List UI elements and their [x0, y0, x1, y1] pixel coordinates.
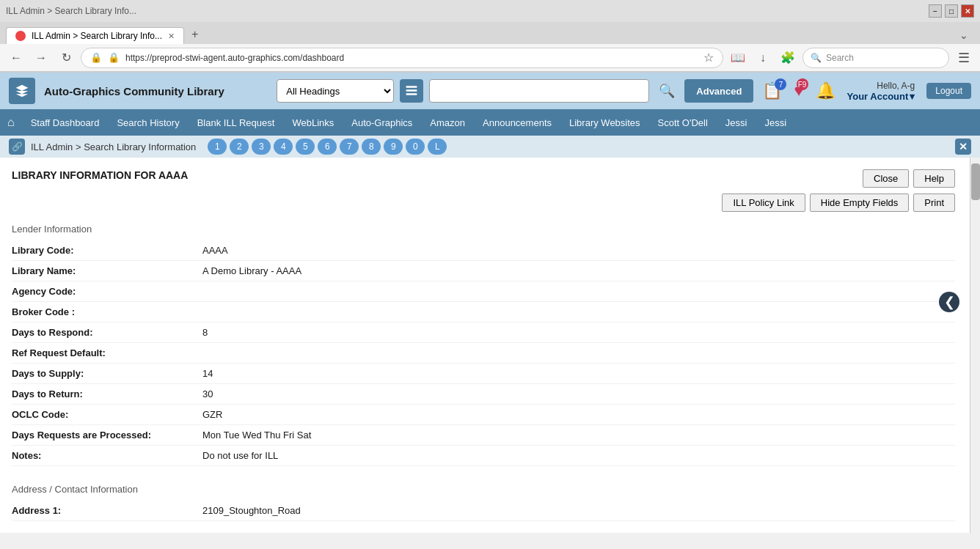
nav-scott-odell[interactable]: Scott O'Dell [649, 109, 717, 136]
lender-info-row: Library Code: AAAA [12, 240, 955, 261]
nav-blank-ill-request[interactable]: Blank ILL Request [189, 109, 284, 136]
field-label: Library Code: [12, 240, 202, 261]
lock-icon: 🔒 [108, 52, 120, 63]
help-button[interactable]: Help [913, 169, 955, 188]
advanced-button[interactable]: Advanced [684, 79, 753, 103]
maximize-button[interactable]: □ [945, 4, 958, 18]
lender-info-table: Library Code: AAAA Library Name: A Demo … [12, 240, 955, 466]
field-value [202, 343, 955, 364]
scrollbar[interactable] [970, 158, 980, 533]
lender-info-row: Days to Supply: 14 [12, 364, 955, 384]
browser-tab[interactable]: ILL Admin > Search Library Info... ✕ [6, 27, 184, 44]
page-num-9[interactable]: 9 [384, 139, 403, 155]
field-label: Days to Respond: [12, 323, 202, 343]
nav-announcements[interactable]: Announcements [474, 109, 560, 136]
refresh-button[interactable]: ↻ [56, 48, 76, 68]
nav-jessi-2[interactable]: Jessi [756, 109, 795, 136]
field-label: Days Requests are Processed: [12, 425, 202, 446]
page-num-L[interactable]: L [428, 139, 447, 155]
field-value [202, 281, 955, 302]
page-num-3[interactable]: 3 [252, 139, 271, 155]
page-num-2[interactable]: 2 [230, 139, 249, 155]
field-label: Agency Code: [12, 281, 202, 302]
nav-weblinks[interactable]: WebLinks [283, 109, 343, 136]
field-value: Mon Tue Wed Thu Fri Sat [202, 425, 955, 446]
back-button[interactable]: ← [6, 48, 26, 68]
nav-library-websites[interactable]: Library Websites [560, 109, 649, 136]
heading-select[interactable]: All Headings [277, 79, 394, 103]
lender-info-row: Broker Code : [12, 302, 955, 323]
reader-mode-button[interactable]: 📖 [728, 48, 748, 68]
svg-rect-1 [406, 89, 417, 92]
notifications-badge: 7 [775, 78, 786, 90]
page-num-0[interactable]: 0 [406, 139, 425, 155]
app-title: Auto-Graphics Community Library [44, 85, 268, 97]
close-button[interactable]: Close [863, 169, 909, 188]
hide-empty-fields-button[interactable]: Hide Empty Fields [810, 194, 909, 212]
breadcrumb: ILL Admin > Search Library Information [31, 141, 196, 152]
address-info-row: Address 1: 2109_Stoughton_Road [12, 501, 955, 521]
lender-info-row: OCLC Code: GZR [12, 405, 955, 425]
address-bar[interactable]: 🔒 🔒 https://preprod-stwi-agent.auto-grap… [81, 48, 723, 68]
nav-home[interactable]: ⌂ [0, 109, 22, 136]
search-placeholder: Search [826, 53, 854, 63]
browser-search-box[interactable]: 🔍 Search [802, 48, 949, 68]
page-num-4[interactable]: 4 [274, 139, 293, 155]
menu-button[interactable]: ☰ [954, 48, 974, 68]
search-button[interactable]: 🔍 [655, 79, 679, 103]
page-num-7[interactable]: 7 [340, 139, 359, 155]
nav-search-history[interactable]: Search History [108, 109, 188, 136]
page-numbers: 1 2 3 4 5 6 7 8 9 0 L [208, 139, 447, 155]
field-label: Notes: [12, 446, 202, 466]
account-dropdown[interactable]: Your Account ▾ [847, 91, 915, 102]
page-num-8[interactable]: 8 [362, 139, 381, 155]
field-label: Days to Return: [12, 384, 202, 405]
notifications-icon[interactable]: 📋 7 [762, 81, 782, 100]
field-value: Do not use for ILL [202, 446, 955, 466]
ill-policy-link-button[interactable]: ILL Policy Link [722, 194, 805, 212]
lender-info-row: Agency Code: [12, 281, 955, 302]
page-num-1[interactable]: 1 [208, 139, 227, 155]
shield-icon: 🔒 [90, 52, 102, 63]
print-button[interactable]: Print [913, 194, 955, 212]
field-value: 2109_Stoughton_Road [202, 501, 955, 521]
pocket-button[interactable]: ↓ [753, 48, 773, 68]
extensions-button[interactable]: 🧩 [778, 48, 798, 68]
breadcrumb-icon: 🔗 [9, 139, 25, 155]
field-label: Ref Request Default: [12, 343, 202, 364]
tab-close-button[interactable]: ✕ [168, 32, 175, 41]
navigation-bar: ⌂ Staff Dashboard Search History Blank I… [0, 109, 980, 136]
scroll-thumb[interactable] [971, 163, 980, 200]
nav-amazon[interactable]: Amazon [421, 109, 474, 136]
lender-info-row: Library Name: A Demo Library - AAAA [12, 261, 955, 281]
favorites-icon[interactable]: ♥ F9 [794, 81, 803, 100]
account-label: Your Account [847, 91, 909, 102]
field-value: 30 [202, 384, 955, 405]
address-section-label: Address / Contact Information [12, 484, 955, 495]
page-title: LIBRARY INFORMATION FOR AAAA [12, 169, 188, 181]
lender-info-row: Ref Request Default: [12, 343, 955, 364]
page-num-6[interactable]: 6 [318, 139, 337, 155]
search-input[interactable] [429, 79, 649, 103]
new-tab-button[interactable]: + [186, 25, 204, 44]
field-value [202, 302, 955, 323]
chevron-down-icon: ▾ [910, 91, 915, 102]
nav-auto-graphics[interactable]: Auto-Graphics [343, 109, 421, 136]
logout-button[interactable]: Logout [926, 83, 971, 99]
field-value: A Demo Library - AAAA [202, 261, 955, 281]
minimize-button[interactable]: − [929, 4, 942, 18]
page-num-5[interactable]: 5 [296, 139, 315, 155]
collapse-panel-button[interactable]: ❮ [939, 292, 959, 312]
alerts-icon[interactable]: 🔔 [816, 81, 835, 100]
forward-button[interactable]: → [31, 48, 51, 68]
breadcrumb-close-button[interactable]: ✕ [955, 139, 971, 155]
field-value: AAAA [202, 240, 955, 261]
nav-jessi-1[interactable]: Jessi [717, 109, 756, 136]
bookmark-icon[interactable]: ☆ [703, 51, 714, 65]
window-close-button[interactable]: ✕ [961, 4, 974, 18]
nav-staff-dashboard[interactable]: Staff Dashboard [22, 109, 109, 136]
app-logo-icon [9, 78, 35, 104]
stack-icon[interactable] [400, 79, 423, 103]
tab-menu-button[interactable]: ⌄ [954, 26, 974, 44]
field-label: Broker Code : [12, 302, 202, 323]
